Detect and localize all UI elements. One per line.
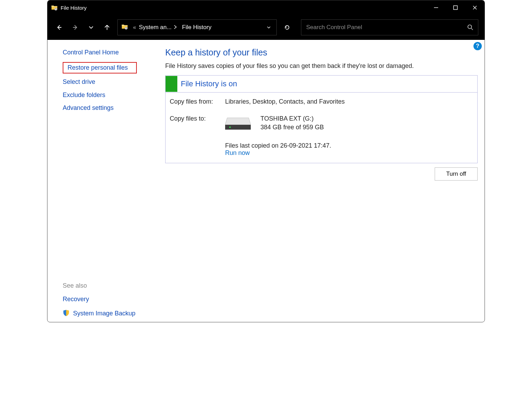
svg-rect-10 <box>225 125 251 130</box>
breadcrumb-prefix: « <box>133 24 136 30</box>
copy-to-label: Copy files to: <box>170 115 225 132</box>
svg-rect-2 <box>454 6 458 10</box>
chevron-right-icon <box>174 25 177 30</box>
svg-point-8 <box>468 25 472 29</box>
back-button[interactable] <box>52 19 66 36</box>
refresh-button[interactable] <box>279 19 295 35</box>
sidebar-item-advanced-settings[interactable]: Advanced settings <box>63 104 158 112</box>
search-box[interactable] <box>301 19 478 35</box>
up-button[interactable] <box>100 19 114 36</box>
forward-button[interactable] <box>68 19 82 36</box>
close-button[interactable] <box>465 0 485 15</box>
window-title: File History <box>61 5 87 11</box>
status-panel: File History is on Copy files from: Libr… <box>165 75 478 163</box>
svg-point-12 <box>229 127 231 128</box>
copy-from-label: Copy files from: <box>170 98 225 105</box>
maximize-button[interactable] <box>446 0 465 15</box>
sidebar-item-select-drive[interactable]: Select drive <box>63 78 158 86</box>
sidebar-item-recovery[interactable]: Recovery <box>63 296 89 303</box>
status-on-indicator <box>166 76 177 92</box>
location-folder-icon <box>121 23 130 32</box>
sidebar-item-system-image-backup[interactable]: System Image Backup <box>73 310 135 317</box>
sidebar-item-exclude-folders[interactable]: Exclude folders <box>63 91 158 99</box>
drive-space: 384 GB free of 959 GB <box>260 124 324 131</box>
status-title: File History is on <box>177 79 237 88</box>
history-dropdown-button[interactable] <box>84 19 98 36</box>
sidebar-item-restore-personal-files[interactable]: Restore personal files <box>68 64 128 72</box>
drive-icon <box>225 117 252 131</box>
svg-line-9 <box>471 28 473 30</box>
copy-from-value: Libraries, Desktop, Contacts, and Favori… <box>225 98 473 105</box>
page-description: File History saves copies of your files … <box>165 62 478 70</box>
breadcrumb-filehistory[interactable]: File History <box>180 24 213 31</box>
see-also-label: See also <box>63 282 158 289</box>
sidebar-item-restore-highlight: Restore personal files <box>63 62 137 74</box>
last-copied-text: Files last copied on 26-09-2021 17:47. <box>225 142 473 149</box>
address-dropdown-button[interactable] <box>261 25 276 30</box>
drive-name: TOSHIBA EXT (G:) <box>260 115 324 122</box>
run-now-link[interactable]: Run now <box>225 149 250 156</box>
minimize-button[interactable] <box>426 0 446 15</box>
breadcrumb-system[interactable]: System an... <box>138 24 180 31</box>
search-input[interactable] <box>301 24 463 31</box>
page-heading: Keep a history of your files <box>165 47 478 58</box>
help-icon[interactable]: ? <box>473 42 482 50</box>
app-icon <box>51 4 58 11</box>
turn-off-button[interactable]: Turn off <box>435 167 478 181</box>
shield-icon <box>63 310 70 318</box>
sidebar-item-control-panel-home[interactable]: Control Panel Home <box>63 49 158 56</box>
address-bar[interactable]: « System an... File History <box>117 19 277 35</box>
search-icon[interactable] <box>463 24 478 30</box>
